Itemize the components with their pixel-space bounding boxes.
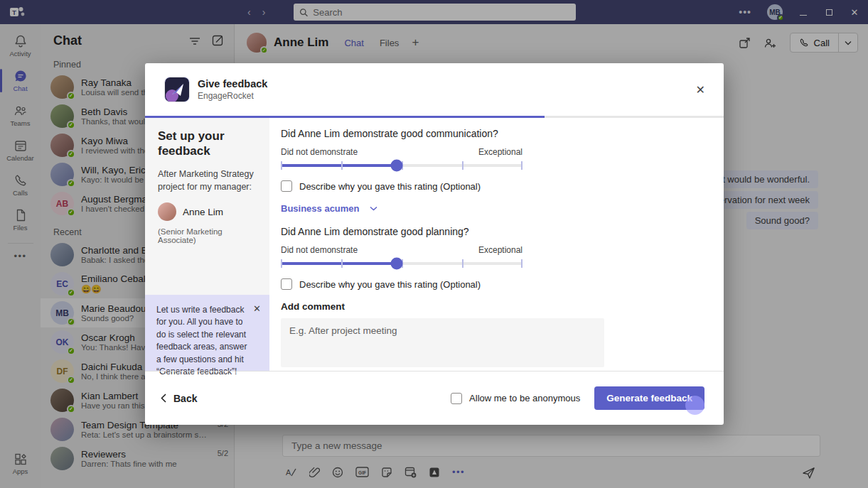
engagerocket-app-icon <box>165 77 189 102</box>
teams-window: T ‹ › ••• MB ✓ ✕ <box>0 0 868 488</box>
tooltip-close-icon[interactable]: ✕ <box>253 303 261 316</box>
checkbox[interactable] <box>281 180 292 192</box>
add-comment-label: Add comment <box>281 301 724 312</box>
checkbox[interactable] <box>281 278 292 290</box>
person-name: Anne Lim <box>183 207 223 217</box>
back-button[interactable]: Back <box>161 393 197 404</box>
dialog-app-name: EngageRocket <box>198 91 267 101</box>
slider-min-label: Did not demonstrate <box>281 245 358 255</box>
feedback-context: After Marketing Strategy project for my … <box>158 168 258 193</box>
assistant-tooltip: Let us write a feedback for you. All you… <box>145 295 269 371</box>
setup-heading: Set up your feedback <box>158 129 258 158</box>
dialog-title: Give feedback <box>198 78 267 90</box>
slider-thumb[interactable] <box>391 160 403 172</box>
back-label: Back <box>173 393 197 404</box>
describe-rating-option[interactable]: Describe why you gave this rating (Optio… <box>281 180 724 192</box>
rating-slider[interactable] <box>281 158 523 173</box>
dialog-close-icon[interactable]: ✕ <box>696 83 705 97</box>
give-feedback-dialog: Give feedback EngageRocket ✕ Set up your… <box>145 63 724 425</box>
anonymous-label: Allow me to be anonymous <box>469 393 580 403</box>
checkbox-label: Describe why you gave this rating (Optio… <box>299 181 481 192</box>
question-title: Did Anne Lim demonstrate good planning? <box>281 226 724 237</box>
chevron-down-icon <box>370 206 377 211</box>
feedback-person: Anne Lim <box>158 202 258 221</box>
dialog-header: Give feedback EngageRocket ✕ <box>145 63 724 116</box>
checkbox[interactable] <box>451 393 462 404</box>
dialog-footer: Back Allow me to be anonymous Generate f… <box>145 371 724 425</box>
chevron-left-icon <box>161 394 166 403</box>
slider-max-label: Exceptional <box>478 147 523 157</box>
tooltip-text: Let us write a feedback for you. All you… <box>156 305 247 376</box>
dialog-sidebar: Set up your feedback After Marketing Str… <box>145 118 269 371</box>
dialog-content: Did Anne Lim demonstrate good communicat… <box>269 118 724 371</box>
person-avatar <box>158 202 176 221</box>
person-role: (Senior Marketing Associate) <box>158 227 258 244</box>
section-business-acumen[interactable]: Business acumen <box>281 203 724 214</box>
comment-textarea[interactable] <box>281 318 604 367</box>
describe-rating-option[interactable]: Describe why you gave this rating (Optio… <box>281 278 724 290</box>
checkbox-label: Describe why you gave this rating (Optio… <box>299 279 481 290</box>
question-title: Did Anne Lim demonstrate good communicat… <box>281 128 724 139</box>
slider-thumb[interactable] <box>391 258 403 270</box>
rating-slider[interactable] <box>281 256 523 271</box>
section-link-label: Business acumen <box>281 203 360 214</box>
slider-min-label: Did not demonstrate <box>281 147 358 157</box>
cursor-highlight <box>685 396 704 415</box>
anonymous-option[interactable]: Allow me to be anonymous <box>451 393 580 404</box>
slider-max-label: Exceptional <box>478 245 523 255</box>
